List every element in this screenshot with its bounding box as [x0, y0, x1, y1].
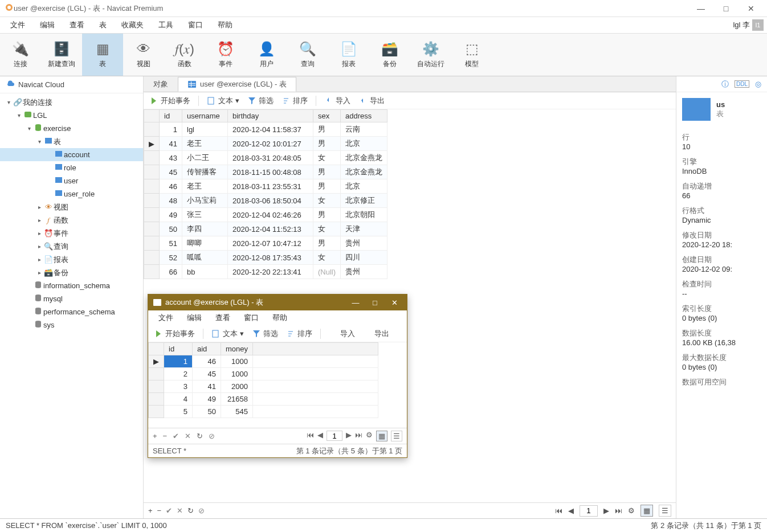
- menu-window[interactable]: 窗口: [181, 18, 210, 32]
- popup-menu-帮助[interactable]: 帮助: [267, 312, 293, 324]
- tree-查询[interactable]: ▸🔍查询: [0, 240, 143, 253]
- popup-next-icon[interactable]: ▶: [346, 431, 352, 441]
- ribbon-表[interactable]: ▦表: [82, 34, 123, 76]
- tab-objects[interactable]: 对象: [144, 77, 178, 92]
- popup-last-icon[interactable]: ⏭: [355, 431, 362, 441]
- table-row[interactable]: 51唧唧2020-12-07 10:47:12男贵州: [144, 236, 387, 251]
- popup-formview-icon[interactable]: ☰: [391, 431, 402, 441]
- tree-table-user_role[interactable]: user_role: [0, 187, 143, 200]
- ribbon-自动运行[interactable]: ⚙️自动运行: [410, 34, 451, 76]
- menu-favorites[interactable]: 收藏夹: [115, 18, 150, 32]
- ribbon-视图[interactable]: 👁视图: [123, 34, 164, 76]
- popup-import-button[interactable]: 导入: [329, 329, 355, 339]
- table-row[interactable]: 550545: [149, 406, 378, 418]
- table-row[interactable]: 46老王2018-03-11 23:55:31男北京: [144, 179, 387, 194]
- table-row[interactable]: 43小二王2018-03-31 20:48:05女北京金燕龙: [144, 151, 387, 165]
- popup-filter-button[interactable]: 筛选: [252, 329, 278, 339]
- popup-menu-查看[interactable]: 查看: [210, 312, 236, 324]
- maximize-button[interactable]: □: [715, 1, 737, 17]
- popup-text-button[interactable]: 文本 ▾: [211, 329, 244, 339]
- tree-db-sys[interactable]: sys: [0, 318, 143, 332]
- table-row[interactable]: 1lgl2020-12-04 11:58:37男云南: [144, 122, 387, 137]
- filter-button[interactable]: 筛选: [247, 96, 274, 106]
- ddl-tab-icon[interactable]: DDL: [735, 80, 749, 88]
- popup-menu-编辑[interactable]: 编辑: [181, 312, 207, 324]
- tree-tables[interactable]: ▾表: [0, 135, 143, 148]
- export-button[interactable]: 导出: [358, 96, 385, 106]
- table-row[interactable]: ▶41老王2020-12-02 10:01:27男北京: [144, 137, 387, 151]
- ribbon-查询[interactable]: 🔍查询: [287, 34, 328, 76]
- tree-报表[interactable]: ▸📄报表: [0, 253, 143, 266]
- popup-col-aid[interactable]: aid: [193, 343, 221, 355]
- popup-col-money[interactable]: money: [221, 343, 253, 355]
- ribbon-备份[interactable]: 🗃️备份: [369, 34, 410, 76]
- first-page-icon[interactable]: ⏮: [555, 506, 562, 515]
- popup-maximize-button[interactable]: □: [367, 298, 383, 307]
- form-view-icon[interactable]: ☰: [659, 505, 671, 517]
- cancel-icon[interactable]: ✕: [177, 506, 183, 515]
- col-address[interactable]: address: [341, 110, 387, 122]
- popup-stop-icon[interactable]: ⊘: [209, 432, 215, 440]
- popup-minimize-button[interactable]: —: [348, 298, 364, 307]
- tree-函数[interactable]: ▸𝑓函数: [0, 214, 143, 227]
- tree-root[interactable]: ▾🔗我的连接: [0, 96, 143, 109]
- remove-row-icon[interactable]: −: [157, 506, 162, 515]
- tab-user-table[interactable]: user @exercise (LGL) - 表: [178, 77, 296, 92]
- popup-menu-窗口[interactable]: 窗口: [238, 312, 264, 324]
- popup-export-button[interactable]: 导出: [363, 329, 389, 339]
- ribbon-函数[interactable]: 𝑓(𝑥)函数: [164, 34, 205, 76]
- begin-transaction-button[interactable]: 开始事务: [149, 96, 190, 106]
- user-label[interactable]: lgl 李: [733, 20, 750, 30]
- sort-button[interactable]: 排序: [281, 96, 308, 106]
- popup-gridview-icon[interactable]: ▦: [376, 431, 387, 441]
- close-button[interactable]: ✕: [740, 1, 762, 17]
- popup-cancel-icon[interactable]: ✕: [185, 432, 191, 440]
- prev-page-icon[interactable]: ◀: [568, 506, 574, 515]
- tree-db-performance_schema[interactable]: performance_schema: [0, 305, 143, 318]
- menu-tools[interactable]: 工具: [152, 18, 180, 32]
- table-row[interactable]: 44921658: [149, 393, 378, 406]
- popup-settings-icon[interactable]: ⚙: [366, 431, 373, 441]
- popup-first-icon[interactable]: ⏮: [307, 431, 314, 441]
- popup-begin-tx-button[interactable]: 开始事务: [154, 329, 195, 339]
- tree-事件[interactable]: ▸⏰事件: [0, 227, 143, 240]
- popup-col-id[interactable]: id: [164, 343, 193, 355]
- ribbon-新建查询[interactable]: 🗄️新建查询: [41, 34, 82, 76]
- table-row[interactable]: 49张三2020-12-04 02:46:26男北京朝阳: [144, 208, 387, 222]
- popup-prev-icon[interactable]: ◀: [317, 431, 323, 441]
- last-page-icon[interactable]: ⏭: [615, 506, 622, 515]
- table-row[interactable]: 66bb2020-12-20 22:13:41(Null)贵州: [144, 265, 387, 279]
- tree-备份[interactable]: ▸🗃️备份: [0, 266, 143, 279]
- popup-close-button[interactable]: ✕: [386, 298, 402, 307]
- tree-conn-lgl[interactable]: ▾LGL: [0, 109, 143, 122]
- col-birthday[interactable]: birthday: [228, 110, 313, 122]
- popup-titlebar[interactable]: account @exercise (LGL) - 表 — □ ✕: [148, 294, 407, 310]
- tree-db-exercise[interactable]: ▾exercise: [0, 122, 143, 135]
- tree-视图[interactable]: ▸👁视图: [0, 200, 143, 214]
- popup-menu-文件[interactable]: 文件: [153, 312, 179, 324]
- menu-file[interactable]: 文件: [3, 18, 32, 32]
- grid-view-icon[interactable]: ▦: [640, 505, 653, 517]
- import-button[interactable]: 导入: [324, 96, 350, 106]
- user-badge[interactable]: l1: [752, 19, 764, 31]
- add-row-icon[interactable]: +: [148, 506, 153, 515]
- minimize-button[interactable]: —: [690, 1, 712, 17]
- tree-table-role[interactable]: role: [0, 161, 143, 174]
- table-row[interactable]: 3412000: [149, 380, 378, 393]
- menu-view[interactable]: 查看: [63, 18, 91, 32]
- tree-db-mysql[interactable]: mysql: [0, 292, 143, 305]
- info-tab-icon[interactable]: ⓘ: [721, 79, 729, 89]
- popup-sort-button[interactable]: 排序: [286, 329, 312, 339]
- ribbon-模型[interactable]: ⬚模型: [451, 34, 492, 76]
- table-row[interactable]: 50李四2020-12-04 11:52:13女天津: [144, 222, 387, 236]
- settings-icon[interactable]: ⚙: [628, 506, 635, 515]
- popup-apply-icon[interactable]: ✔: [173, 432, 179, 440]
- table-row[interactable]: 2451000: [149, 368, 378, 380]
- col-username[interactable]: username: [182, 110, 228, 122]
- stop-icon[interactable]: ⊘: [198, 506, 205, 515]
- text-mode-button[interactable]: 文本 ▾: [207, 96, 239, 106]
- ribbon-报表[interactable]: 📄报表: [328, 34, 369, 76]
- preview-tab-icon[interactable]: ◎: [755, 80, 761, 88]
- account-grid[interactable]: idaidmoney▶14610002451000341200044921658…: [148, 342, 407, 428]
- tree-table-account[interactable]: account: [0, 148, 143, 161]
